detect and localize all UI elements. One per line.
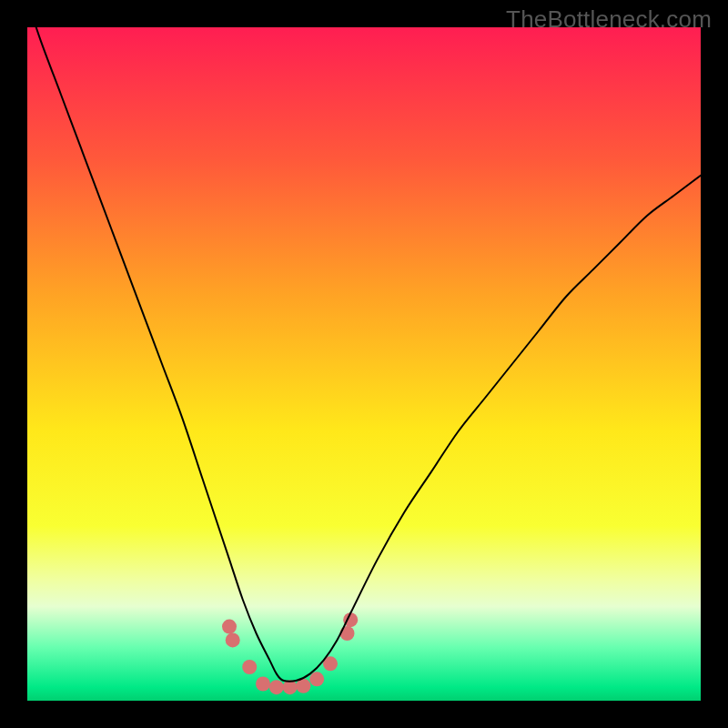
marker-dot	[256, 677, 270, 692]
chart-frame: TheBottleneck.com	[0, 0, 728, 728]
marker-dot	[340, 626, 355, 641]
marker-dot	[269, 680, 284, 694]
marker-dot	[309, 672, 324, 686]
marker-dot	[226, 632, 240, 647]
marker-dot	[242, 660, 257, 674]
plot-area	[27, 27, 701, 701]
chart-svg	[27, 27, 701, 701]
marker-dot	[222, 620, 237, 634]
gradient-background	[27, 27, 701, 701]
